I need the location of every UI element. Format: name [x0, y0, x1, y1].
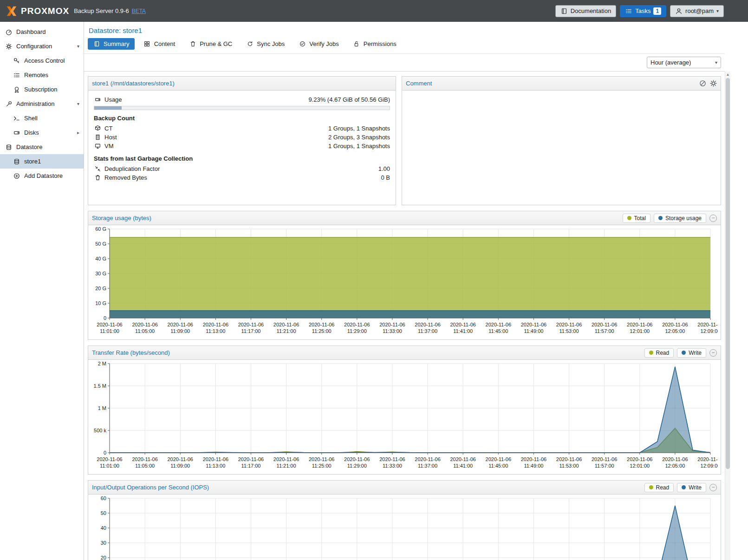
sidebar-item-access-control[interactable]: Access Control	[0, 53, 84, 68]
chevron-down-icon[interactable]: ▾	[77, 44, 79, 49]
collapse-icon[interactable]: −	[709, 215, 717, 222]
proxmox-x-icon	[6, 5, 18, 17]
tab-permissions[interactable]: Permissions	[348, 38, 402, 50]
beta-link[interactable]: BETA	[132, 8, 146, 14]
svg-text:2020-11-06: 2020-11-06	[238, 322, 264, 327]
scrollbar-thumb[interactable]	[726, 78, 730, 469]
sidebar-item-datastore[interactable]: Datastore	[0, 140, 84, 154]
svg-text:2020-11-06: 2020-11-06	[415, 456, 440, 462]
svg-text:2020-11-06: 2020-11-06	[203, 456, 228, 462]
panel-title: Input/Output Operations per Second (IOPS…	[92, 484, 209, 491]
tasks-button[interactable]: Tasks 1	[620, 5, 666, 17]
gear-icon[interactable]	[709, 80, 717, 87]
chevron-right-icon[interactable]: ▸	[77, 130, 79, 135]
sidebar-item-label: Administration	[16, 100, 54, 107]
wrench-icon	[5, 101, 13, 107]
svg-text:2020-11-06: 2020-11-06	[168, 456, 193, 462]
legend-write[interactable]: Write	[677, 348, 706, 358]
tab-summary[interactable]: Summary	[88, 38, 135, 50]
sidebar-item-subscription[interactable]: Subscription	[0, 82, 84, 97]
svg-text:2020-11-06: 2020-11-06	[132, 322, 157, 327]
panel-title: Storage usage (bytes)	[92, 215, 151, 221]
svg-text:11:17:00: 11:17:00	[241, 463, 260, 469]
documentation-button[interactable]: Documentation	[555, 5, 616, 17]
svg-text:2020-11-06: 2020-11-06	[697, 456, 718, 462]
sidebar-item-store1[interactable]: store1	[0, 154, 84, 169]
scroll-up-arrow[interactable]: ▲	[725, 72, 730, 78]
ct-label: CT	[104, 125, 112, 132]
sync-icon	[246, 41, 254, 47]
transfer-rate-chart-panel: Transfer Rate (bytes/second) Read Write …	[88, 345, 721, 475]
svg-text:11:37:00: 11:37:00	[418, 328, 437, 334]
tab-prune-gc[interactable]: Prune & GC	[184, 38, 237, 50]
grid-icon	[143, 41, 151, 47]
gauge-icon	[5, 29, 13, 35]
svg-text:11:09:00: 11:09:00	[170, 463, 190, 469]
tab-content[interactable]: Content	[138, 38, 181, 50]
chevron-down-icon[interactable]: ▾	[77, 101, 79, 106]
svg-text:30: 30	[101, 540, 106, 546]
list-icon	[13, 72, 20, 78]
usage-row: Usage 9.23% (4.67 GiB of 50.56 GiB)	[94, 95, 390, 104]
svg-text:11:57:00: 11:57:00	[595, 463, 614, 469]
vertical-scrollbar[interactable]: ▲	[725, 72, 730, 560]
page-title: Datastore: store1	[84, 22, 725, 38]
legend-read[interactable]: Read	[644, 483, 674, 492]
svg-text:2020-11-06: 2020-11-06	[592, 322, 617, 327]
collapse-icon[interactable]: −	[709, 484, 717, 491]
svg-text:11:21:00: 11:21:00	[277, 328, 296, 334]
sidebar-item-add-datastore[interactable]: Add Datastore	[0, 169, 84, 183]
legend-label: Storage usage	[665, 215, 702, 221]
svg-text:50 G: 50 G	[95, 241, 106, 247]
legend-label: Write	[689, 350, 702, 356]
svg-text:11:49:00: 11:49:00	[524, 463, 543, 469]
legend-write[interactable]: Write	[677, 483, 706, 492]
collapse-icon[interactable]: −	[709, 349, 717, 357]
gc-stats-title: Stats from last Garbage Collection	[94, 155, 390, 162]
dedup-value: 1.00	[378, 165, 390, 172]
trash-icon	[189, 41, 196, 47]
tab-verify-jobs[interactable]: Verify Jobs	[293, 38, 344, 50]
sidebar-item-shell[interactable]: Shell	[0, 111, 84, 125]
check-circle-icon	[299, 41, 306, 47]
svg-text:11:57:00: 11:57:00	[595, 328, 614, 334]
svg-text:12:05:00: 12:05:00	[665, 328, 685, 334]
vm-value: 1 Groups, 1 Snapshots	[328, 143, 390, 150]
comment-body[interactable]	[402, 91, 721, 100]
svg-text:2020-11-06: 2020-11-06	[132, 456, 157, 462]
time-range-select[interactable]: Hour (average) ▾	[647, 57, 721, 68]
plus-circle-icon	[13, 173, 20, 179]
legend-read[interactable]: Read	[644, 348, 674, 358]
database-icon	[5, 144, 13, 150]
sidebar-item-administration[interactable]: Administration ▾	[0, 97, 84, 111]
circle-slash-icon[interactable]	[699, 80, 706, 87]
task-list-icon	[625, 8, 632, 14]
svg-text:2020-11-06: 2020-11-06	[627, 456, 652, 462]
dedup-row: Deduplication Factor 1.00	[94, 164, 390, 173]
svg-text:2020-11-06: 2020-11-06	[344, 322, 370, 327]
legend-total[interactable]: Total	[623, 214, 650, 223]
svg-text:2020-11-06: 2020-11-06	[309, 456, 334, 462]
sidebar-item-label: store1	[24, 158, 41, 165]
time-range-value: Hour (average)	[650, 59, 691, 66]
ct-row: CT 1 Groups, 1 Snapshots	[94, 124, 390, 133]
svg-text:11:49:00: 11:49:00	[524, 328, 543, 334]
sidebar-item-remotes[interactable]: Remotes	[0, 68, 84, 82]
sidebar-item-dashboard[interactable]: Dashboard	[0, 25, 84, 39]
svg-text:30 G: 30 G	[95, 271, 106, 276]
sidebar-item-configuration[interactable]: Configuration ▾	[0, 39, 84, 53]
tab-sync-jobs[interactable]: Sync Jobs	[241, 38, 290, 50]
host-label: Host	[104, 134, 117, 141]
svg-text:2020-11-06: 2020-11-06	[415, 322, 440, 327]
removed-bytes-row: Removed Bytes 0 B	[94, 173, 390, 182]
sidebar-item-disks[interactable]: Disks ▸	[0, 125, 84, 140]
ct-value: 1 Groups, 1 Snapshots	[328, 125, 390, 132]
legend-label: Read	[656, 350, 670, 356]
proxmox-logo: PROXMOX	[6, 5, 69, 17]
svg-text:11:13:00: 11:13:00	[206, 463, 225, 469]
sidebar-item-label: Shell	[24, 115, 38, 122]
svg-text:2020-11-06: 2020-11-06	[662, 456, 688, 462]
user-menu-button[interactable]: root@pam ▾	[670, 5, 724, 17]
legend-storage-usage[interactable]: Storage usage	[654, 214, 706, 223]
svg-text:11:25:00: 11:25:00	[312, 463, 332, 469]
